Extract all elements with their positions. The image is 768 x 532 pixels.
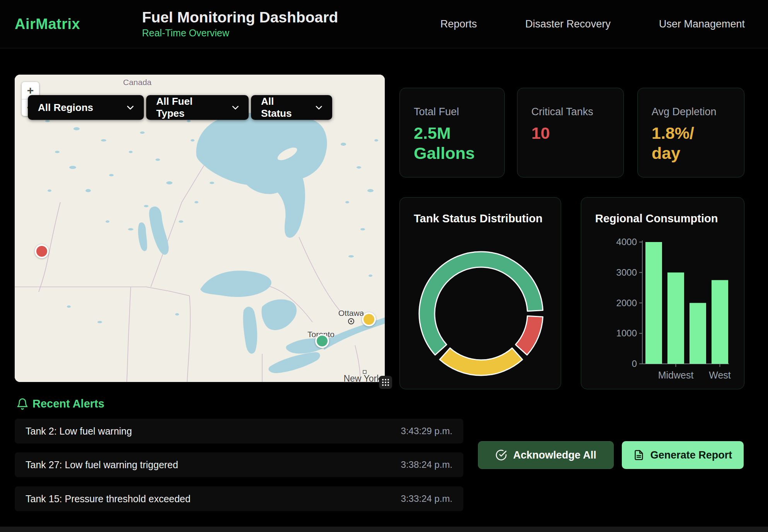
file-text-icon [633, 450, 644, 460]
y-tick-label: 4000 [616, 237, 637, 247]
tank-marker-critical[interactable] [35, 244, 49, 258]
region-filter-value: All Regions [38, 102, 93, 114]
stat-value: 10 [531, 123, 623, 143]
alert-text: Tank 27: Low fuel warning triggered [26, 459, 178, 471]
alert-text: Tank 15: Pressure threshold exceeded [26, 493, 191, 505]
alerts-section-title: Recent Alerts [32, 397, 104, 410]
stat-card-avg-depletion: Avg Depletion 1.8%/day [637, 88, 744, 177]
acknowledge-all-label: Acknowledge All [513, 449, 596, 461]
chevron-down-icon [127, 106, 134, 110]
map-filter-bar: All Regions All Fuel Types All Status [28, 95, 332, 120]
nav-reports[interactable]: Reports [440, 18, 477, 30]
stat-card-total-fuel: Total Fuel 2.5M Gallons [399, 88, 505, 177]
x-tick-label: Midwest [658, 370, 694, 380]
fuel-type-filter-dropdown[interactable]: All Fuel Types [146, 95, 249, 120]
check-circle-icon [495, 449, 507, 461]
chevron-down-icon [316, 106, 322, 110]
bell-icon [16, 397, 29, 411]
alert-row[interactable]: Tank 2: Low fuel warning 3:43:29 p.m. [15, 419, 463, 443]
page-title-block: Fuel Monitoring Dashboard Real-Time Over… [142, 9, 338, 39]
map-panel[interactable]: Canada Ottawa Toronto New York + − All R… [15, 75, 385, 382]
x-tick-label: West [709, 370, 731, 380]
tank-marker-warning[interactable] [362, 312, 376, 326]
bar-1 [667, 273, 684, 364]
region-filter-dropdown[interactable]: All Regions [28, 95, 144, 120]
y-tick-label: 0 [632, 358, 637, 369]
bar-2 [689, 303, 706, 364]
acknowledge-all-button[interactable]: Acknowledge All [478, 441, 614, 469]
stat-label: Critical Tanks [531, 106, 623, 118]
y-tick-label: 2000 [616, 298, 637, 308]
donut-segment-yellow [440, 348, 522, 375]
bar-chart: 01000200030004000MidwestWest [581, 198, 744, 389]
header: AirMatrix Fuel Monitoring Dashboard Real… [0, 0, 768, 48]
page-title: Fuel Monitoring Dashboard [142, 9, 338, 26]
fuel-type-filter-value: All Fuel Types [156, 95, 222, 119]
alert-time: 3:43:29 p.m. [401, 426, 452, 437]
stat-card-critical-tanks: Critical Tanks 10 [517, 88, 624, 177]
alert-time: 3:33:24 p.m. [401, 493, 452, 504]
nav-user-management[interactable]: User Management [659, 18, 745, 30]
stat-value: 1.8%/day [652, 123, 702, 163]
map-label-new-york: New York [343, 373, 381, 382]
stat-value: 2.5M Gallons [414, 123, 499, 163]
generate-report-label: Generate Report [650, 449, 732, 461]
y-tick-label: 3000 [616, 267, 637, 278]
stat-label: Total Fuel [414, 106, 504, 118]
bar-3 [712, 280, 728, 364]
main-nav: Reports Disaster Recovery User Managemen… [440, 18, 745, 30]
y-tick-label: 1000 [616, 328, 637, 338]
resize-grip-icon[interactable] [379, 376, 392, 389]
chevron-down-icon [232, 106, 239, 110]
donut-segment-red [515, 316, 543, 355]
tank-marker-normal[interactable] [315, 334, 329, 348]
map-label-ottawa: Ottawa [338, 309, 364, 318]
generate-report-button[interactable]: Generate Report [622, 441, 744, 469]
app-logo: AirMatrix [15, 16, 80, 32]
tank-status-card: Tank Status Distribution [399, 197, 561, 389]
alert-row[interactable]: Tank 15: Pressure threshold exceeded 3:3… [15, 486, 463, 511]
regional-consumption-card: Regional Consumption 01000200030004000Mi… [581, 197, 744, 389]
stat-label: Avg Depletion [652, 106, 744, 118]
alert-time: 3:38:24 p.m. [401, 459, 452, 470]
nav-disaster-recovery[interactable]: Disaster Recovery [525, 18, 611, 30]
status-filter-value: All Status [261, 95, 305, 119]
map-label-canada: Canada [123, 78, 152, 87]
status-filter-dropdown[interactable]: All Status [251, 95, 332, 120]
alert-row[interactable]: Tank 27: Low fuel warning triggered 3:38… [15, 452, 463, 477]
bottom-bar [0, 527, 768, 532]
bar-0 [645, 242, 662, 364]
page-subtitle: Real-Time Overview [142, 27, 338, 39]
donut-chart [400, 198, 561, 389]
alert-text: Tank 2: Low fuel warning [26, 426, 132, 437]
dashboard-root: AirMatrix Fuel Monitoring Dashboard Real… [0, 0, 768, 532]
